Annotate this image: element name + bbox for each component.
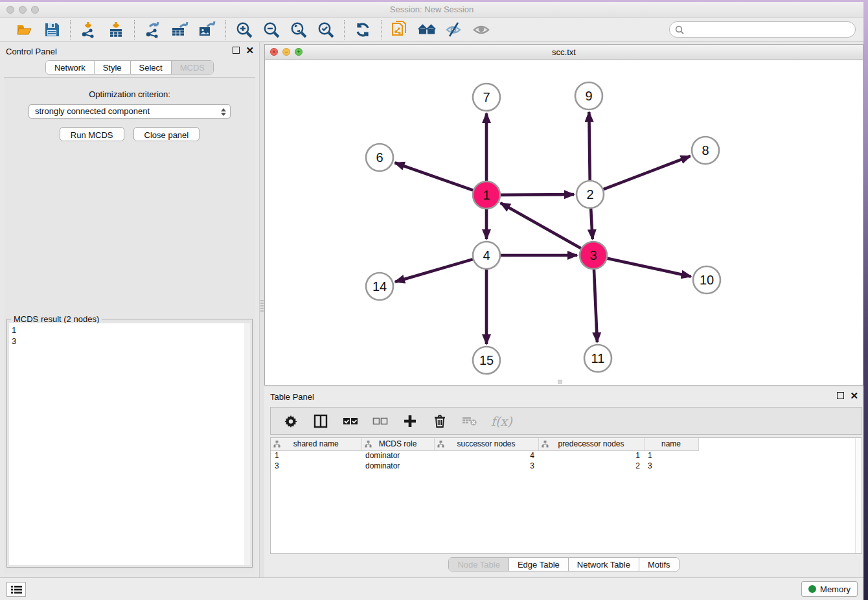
tab-motifs[interactable]: Motifs xyxy=(639,558,679,571)
add-column-icon[interactable] xyxy=(402,413,418,430)
control-panel-tabs: NetworkStyleSelectMCDS xyxy=(45,60,214,75)
graph-node-14[interactable]: 14 xyxy=(366,273,393,300)
search-field[interactable] xyxy=(669,21,856,38)
criterion-value: strongly connected component xyxy=(35,106,150,116)
import-network-icon[interactable] xyxy=(80,21,98,39)
export-table-icon[interactable] xyxy=(171,21,189,39)
close-panel-icon[interactable]: ✕ xyxy=(246,47,254,54)
network-resize-grip[interactable] xyxy=(558,380,562,384)
tab-edge-table[interactable]: Edge Table xyxy=(509,558,569,571)
svg-text:15: 15 xyxy=(479,353,494,367)
tab-network[interactable]: Network xyxy=(46,61,95,75)
column-header-successor-nodes[interactable]: successor nodes xyxy=(434,438,538,450)
graph-node-4[interactable]: 4 xyxy=(473,242,500,269)
table-cell[interactable]: 3 xyxy=(644,461,698,471)
graph-edge-1-6[interactable] xyxy=(395,163,474,190)
column-header-predecessor-nodes[interactable]: predecessor nodes xyxy=(538,438,644,450)
zoom-selected-icon[interactable] xyxy=(317,21,335,39)
tab-select[interactable]: Select xyxy=(131,61,172,75)
graph-node-10[interactable]: 10 xyxy=(693,266,720,294)
deselect-all-rows-icon[interactable] xyxy=(372,413,389,430)
graph-node-3[interactable]: 3 xyxy=(580,242,607,269)
delete-table-icon[interactable] xyxy=(461,413,478,430)
clone-network-icon[interactable] xyxy=(391,21,409,39)
zoom-out-icon[interactable] xyxy=(262,21,280,39)
graph-node-15[interactable]: 15 xyxy=(473,347,500,374)
column-manager-icon[interactable] xyxy=(312,413,329,430)
search-input[interactable] xyxy=(687,23,855,36)
network-window-title: scc.txt xyxy=(265,47,863,57)
graph-edge-3-1[interactable] xyxy=(501,203,581,248)
mcds-result-scrollbar[interactable] xyxy=(244,323,250,565)
column-header-MCDS-role[interactable]: MCDS role xyxy=(361,438,434,450)
table-row[interactable]: 3dominator323 xyxy=(271,461,698,471)
network-graph: 7968124314101511 xyxy=(265,60,863,385)
close-table-panel-icon[interactable]: ✕ xyxy=(850,392,858,399)
table-cell[interactable]: 1 xyxy=(271,450,361,461)
table-scrollbar[interactable] xyxy=(855,438,862,553)
graph-edge-2-8[interactable] xyxy=(604,156,691,189)
refresh-view-icon[interactable] xyxy=(354,21,372,39)
graph-node-1[interactable]: 1 xyxy=(473,181,500,209)
table-cell[interactable]: 4 xyxy=(434,450,538,461)
memory-button[interactable]: Memory xyxy=(801,581,858,597)
graph-node-7[interactable]: 7 xyxy=(473,84,500,111)
desktop-background-top xyxy=(0,0,868,2)
select-all-rows-icon[interactable] xyxy=(342,413,359,430)
show-all-icon[interactable] xyxy=(472,21,490,39)
table-cell[interactable]: 3 xyxy=(434,461,538,471)
column-type-icon xyxy=(437,441,444,448)
window-title: Session: New Session xyxy=(0,5,863,14)
settings-gear-icon[interactable] xyxy=(282,413,299,430)
hide-selected-icon[interactable] xyxy=(445,21,463,39)
table-cell[interactable]: dominator xyxy=(361,450,434,461)
graph-node-9[interactable]: 9 xyxy=(575,82,602,110)
graph-node-11[interactable]: 11 xyxy=(584,345,611,372)
tab-style[interactable]: Style xyxy=(95,61,131,75)
desktop-background-right xyxy=(863,0,868,600)
tab-network-table[interactable]: Network Table xyxy=(569,558,639,571)
table-cell[interactable]: 1 xyxy=(538,450,644,461)
zoom-in-icon[interactable] xyxy=(235,21,253,39)
graph-edge-1-2[interactable] xyxy=(501,194,574,195)
table-cell[interactable]: 1 xyxy=(644,450,698,461)
float-panel-icon[interactable] xyxy=(233,47,240,54)
application-window: Session: New Session xyxy=(0,2,863,600)
save-session-icon[interactable] xyxy=(43,21,61,39)
graph-node-8[interactable]: 8 xyxy=(692,137,719,164)
export-network-icon[interactable] xyxy=(144,21,162,39)
zoom-fit-icon[interactable] xyxy=(290,21,308,39)
open-session-icon[interactable] xyxy=(16,21,34,39)
export-image-icon[interactable] xyxy=(198,21,216,39)
import-table-icon[interactable] xyxy=(107,21,125,39)
function-builder-icon[interactable]: f(x) xyxy=(491,414,512,428)
graph-edge-4-14[interactable] xyxy=(395,259,473,282)
column-header-name[interactable]: name xyxy=(644,438,698,450)
network-view-window: × − + scc.txt 7968124314101511 xyxy=(264,44,863,386)
criterion-select[interactable]: strongly connected component xyxy=(29,104,231,119)
table-row[interactable]: 1dominator411 xyxy=(271,450,698,461)
run-mcds-button[interactable]: Run MCDS xyxy=(60,127,124,141)
tab-node-table[interactable]: Node Table xyxy=(449,558,509,571)
panel-splitter[interactable] xyxy=(259,42,264,577)
delete-column-icon[interactable] xyxy=(431,413,448,430)
first-neighbors-icon[interactable] xyxy=(418,21,436,39)
task-history-button[interactable] xyxy=(6,582,26,597)
close-panel-button[interactable]: Close panel xyxy=(133,127,200,141)
graph-node-2[interactable]: 2 xyxy=(577,181,604,208)
table-cell[interactable]: 2 xyxy=(538,461,644,471)
splitter-grip-icon[interactable] xyxy=(260,300,264,312)
table-cell[interactable]: dominator xyxy=(361,461,434,471)
svg-text:7: 7 xyxy=(483,90,490,104)
graph-edge-3-10[interactable] xyxy=(607,259,691,277)
graph-edge-2-3[interactable] xyxy=(591,209,593,239)
table-cell[interactable]: 3 xyxy=(271,461,361,471)
svg-text:14: 14 xyxy=(372,279,387,294)
graph-node-6[interactable]: 6 xyxy=(366,144,393,171)
float-table-panel-icon[interactable] xyxy=(837,392,844,399)
graph-edge-3-11[interactable] xyxy=(594,270,597,342)
tab-mcds[interactable]: MCDS xyxy=(172,61,213,75)
graph-edge-2-9[interactable] xyxy=(589,112,589,180)
column-header-shared-name[interactable]: shared name xyxy=(271,438,361,450)
mcds-result-text[interactable]: 1 3 xyxy=(9,323,244,565)
